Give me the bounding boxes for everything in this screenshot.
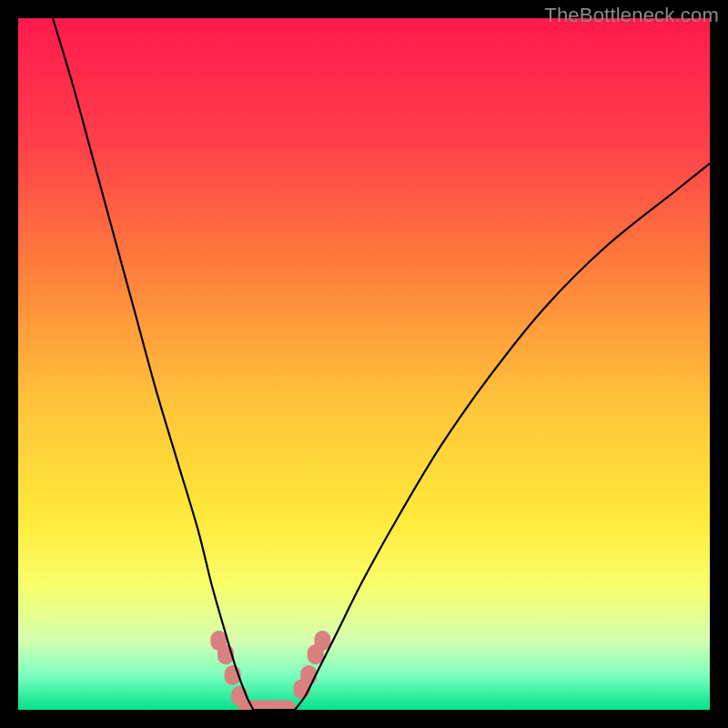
right-cluster-marker: [314, 631, 330, 651]
watermark-text: TheBottleneck.com: [544, 4, 719, 27]
bottleneck-chart: [18, 18, 710, 710]
right-cluster-marker: [300, 665, 317, 685]
chart-background: [18, 18, 710, 710]
